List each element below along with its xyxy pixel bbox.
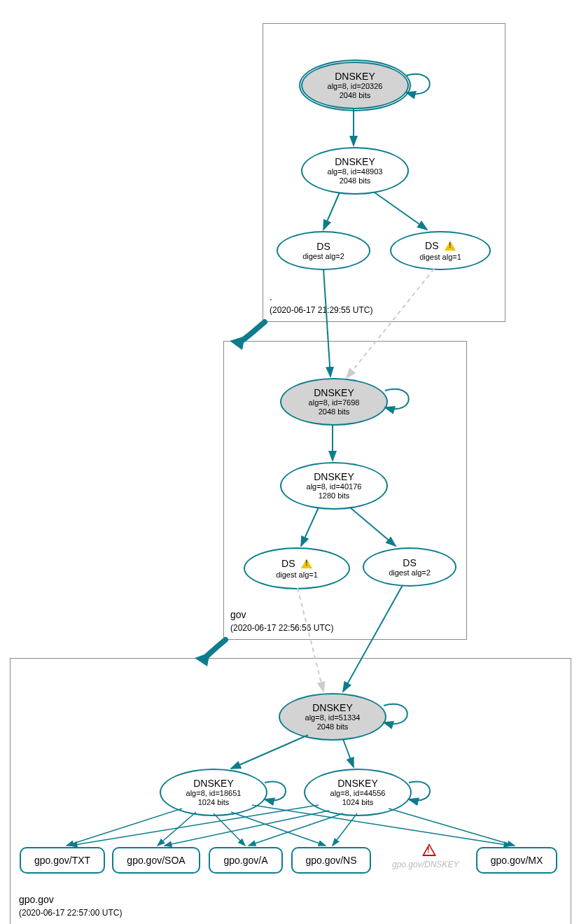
- leaf-ns: gpo.gov/NS: [291, 847, 371, 874]
- node-alg: alg=8, id=20326: [328, 82, 383, 91]
- node-gpo-zsk2: DNSKEY alg=8, id=44556 1024 bits: [304, 769, 412, 816]
- node-alg: digest alg=1: [276, 570, 318, 580]
- zone-gpo-label: gpo.gov: [19, 894, 54, 905]
- node-alg: alg=8, id=18651: [186, 789, 242, 798]
- node-title: DS: [281, 558, 295, 569]
- zone-gpo-box: [10, 658, 571, 924]
- zone-gov-ts: (2020-06-17 22:56:56 UTC): [230, 623, 333, 633]
- warning-icon: [301, 559, 312, 568]
- zone-root-ts: (2020-06-17 21:29:55 UTC): [270, 305, 372, 315]
- node-root-ksk: DNSKEY alg=8, id=20326 2048 bits: [301, 62, 409, 109]
- node-alg: digest alg=1: [419, 253, 461, 262]
- node-gov-ds2: DS digest alg=2: [363, 547, 456, 587]
- node-title: DNSKEY: [314, 387, 354, 398]
- node-root-zsk: DNSKEY alg=8, id=48903 2048 bits: [301, 147, 409, 195]
- node-bits: 1024 bits: [342, 798, 374, 807]
- warning-icon: [445, 241, 456, 251]
- node-title: DNSKEY: [335, 156, 375, 167]
- node-title: DNSKEY: [335, 71, 375, 82]
- leaf-soa: gpo.gov/SOA: [112, 847, 200, 874]
- node-alg: alg=8, id=44556: [330, 789, 386, 798]
- node-gpo-zsk1: DNSKEY alg=8, id=18651 1024 bits: [160, 769, 267, 816]
- node-alg: alg=8, id=7698: [309, 398, 360, 407]
- node-title: DNSKEY: [312, 702, 353, 713]
- node-title: DNSKEY: [193, 778, 234, 789]
- node-title: DNSKEY: [337, 778, 378, 789]
- node-bits: 1024 bits: [198, 798, 230, 807]
- node-root-ds2: DS digest alg=2: [277, 231, 370, 270]
- node-bits: 2048 bits: [319, 407, 350, 416]
- node-gov-ksk: DNSKEY alg=8, id=7698 2048 bits: [280, 378, 388, 426]
- zone-gov-label: gov: [230, 609, 246, 620]
- node-alg: alg=8, id=48903: [328, 167, 383, 176]
- node-bits: 1280 bits: [319, 491, 350, 500]
- node-gov-zsk: DNSKEY alg=8, id=40176 1280 bits: [280, 462, 388, 510]
- node-bits: 2048 bits: [317, 722, 349, 732]
- node-alg: digest alg=2: [302, 252, 344, 261]
- leaf-txt: gpo.gov/TXT: [20, 847, 105, 874]
- node-bits: 2048 bits: [340, 176, 371, 186]
- node-title: DS: [403, 557, 416, 568]
- node-alg: digest alg=2: [389, 568, 431, 578]
- node-title: DS: [425, 240, 438, 251]
- node-bits: 2048 bits: [340, 91, 371, 100]
- node-title: DNSKEY: [314, 471, 354, 482]
- leaf-a: gpo.gov/A: [209, 847, 283, 874]
- zone-gpo-ts: (2020-06-17 22:57:00 UTC): [19, 908, 122, 918]
- error-icon: [422, 844, 436, 856]
- node-gpo-ksk: DNSKEY alg=8, id=51334 2048 bits: [279, 693, 386, 741]
- node-alg: alg=8, id=40176: [307, 482, 362, 491]
- node-alg: alg=8, id=51334: [305, 713, 361, 722]
- node-root-ds1: DS digest alg=1: [390, 231, 491, 270]
- ghost-leaf-dnskey: gpo.gov/DNSKEY: [392, 860, 459, 869]
- leaf-mx: gpo.gov/MX: [476, 847, 557, 874]
- zone-root-label: .: [270, 291, 272, 302]
- node-title: DS: [316, 241, 330, 252]
- node-gov-ds1: DS digest alg=1: [244, 547, 350, 589]
